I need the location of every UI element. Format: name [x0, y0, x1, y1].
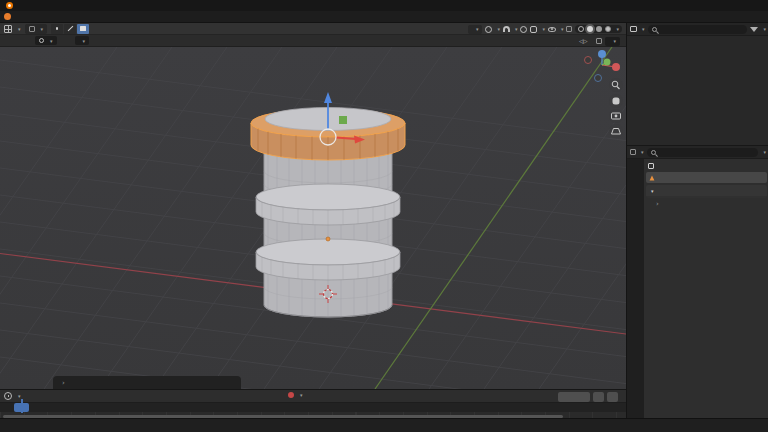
shading-mode-group: ▾ [575, 25, 622, 33]
orientation-setting-dropdown[interactable]: ▾ [35, 36, 57, 45]
editor-type-caret: ▾ [18, 26, 21, 32]
properties-content: ▾ › [644, 159, 768, 419]
snap-options-icon[interactable] [596, 38, 602, 44]
current-frame-indicator[interactable] [14, 403, 29, 412]
current-frame-field[interactable] [558, 392, 590, 402]
timeline-editor: ▾ ▾ [0, 389, 626, 418]
show-overlays-icon[interactable] [548, 27, 556, 32]
zoom-button [609, 78, 623, 92]
timeline-editor-icon[interactable] [4, 392, 12, 400]
viewport-3d[interactable]: › [0, 47, 626, 389]
drag-dropdown[interactable]: ▾ [75, 36, 90, 45]
search-icon [652, 27, 657, 32]
xray-toggle-icon[interactable] [566, 26, 572, 32]
delta-transform-section[interactable]: › [646, 198, 767, 209]
object-origin-dot [326, 237, 330, 241]
viewport-canvas[interactable] [0, 47, 626, 389]
timeline-scrollbar[interactable] [3, 415, 563, 419]
outliner-filter-icon[interactable] [750, 27, 758, 32]
frame-start-field[interactable] [593, 392, 604, 402]
outliner-display-mode-icon[interactable] [630, 26, 637, 32]
properties-breadcrumb [646, 161, 767, 171]
tool-settings-bar: ▾ ▾ ◁▷ ▾ [0, 35, 626, 47]
viewport-header: ▾ ▾ ▾ ▾ ▾ ▾ ▾ [0, 23, 626, 35]
top-menu-bar: 🗋 ✕ 🗋 [0, 11, 768, 23]
properties-editor: ▾ ▾ ▾ › [627, 145, 768, 418]
edit-mode-icon [29, 26, 35, 32]
face-select-button[interactable] [77, 24, 89, 34]
right-panel: ▾ ▾ ▾ ▾ [626, 23, 768, 418]
editor-type-icon[interactable] [4, 25, 12, 33]
perspective-toggle-button [609, 124, 623, 138]
object-icon [648, 163, 654, 169]
status-bar [0, 418, 768, 432]
blender-window: 🗋 ✕ 🗋 ▾ ▾ ▾ [0, 0, 768, 432]
playback-controls: ▾ [288, 392, 306, 398]
proportional-editing-icon[interactable] [520, 26, 527, 33]
edge-select-button[interactable] [64, 24, 76, 34]
mesh-select-modes [51, 24, 89, 34]
show-gizmo-icon[interactable] [530, 26, 537, 33]
blender-menu-icon[interactable] [4, 13, 11, 20]
properties-header: ▾ ▾ [627, 146, 768, 159]
outliner-header: ▾ ▾ [627, 23, 768, 36]
mirror-icon: ◁▷ [579, 38, 587, 44]
title-bar [0, 0, 768, 11]
blender-logo-icon [6, 2, 13, 9]
mesh-object-icon [650, 175, 655, 180]
material-shading-icon[interactable] [596, 26, 602, 32]
vertex-select-button[interactable] [51, 24, 63, 34]
object-name-field[interactable] [646, 172, 767, 183]
y-axis-line [375, 47, 612, 389]
frame-end-field[interactable] [607, 392, 618, 402]
properties-search-input[interactable] [647, 148, 759, 157]
search-icon [651, 150, 656, 155]
timeline-ruler[interactable] [0, 403, 626, 412]
solid-shading-icon[interactable] [587, 26, 593, 32]
mode-dropdown[interactable]: ▾ [25, 24, 48, 34]
properties-filter-icon[interactable]: ▾ [763, 149, 766, 155]
view-buttons[interactable] [609, 78, 623, 138]
transform-panel-header[interactable]: ▾ [646, 185, 767, 196]
options-dropdown[interactable]: ▾ [605, 37, 620, 46]
timeline-header: ▾ ▾ [0, 390, 626, 403]
nav-axis-gizmo[interactable] [585, 50, 621, 82]
outliner: ▾ ▾ [627, 23, 768, 145]
auto-key-record-button[interactable] [288, 392, 294, 398]
rendered-shading-icon[interactable] [605, 26, 611, 32]
orientation-setting-icon [39, 38, 44, 43]
wireframe-shading-icon[interactable] [578, 26, 584, 32]
outliner-search-input[interactable] [648, 25, 748, 34]
transform-orientation-dropdown[interactable]: ▾ [468, 25, 483, 34]
properties-tab-column [627, 159, 644, 419]
pivot-point-icon[interactable] [485, 26, 492, 33]
snap-magnet-icon[interactable] [503, 26, 510, 32]
properties-editor-icon[interactable] [630, 149, 636, 155]
operator-panel[interactable]: › [53, 376, 241, 389]
